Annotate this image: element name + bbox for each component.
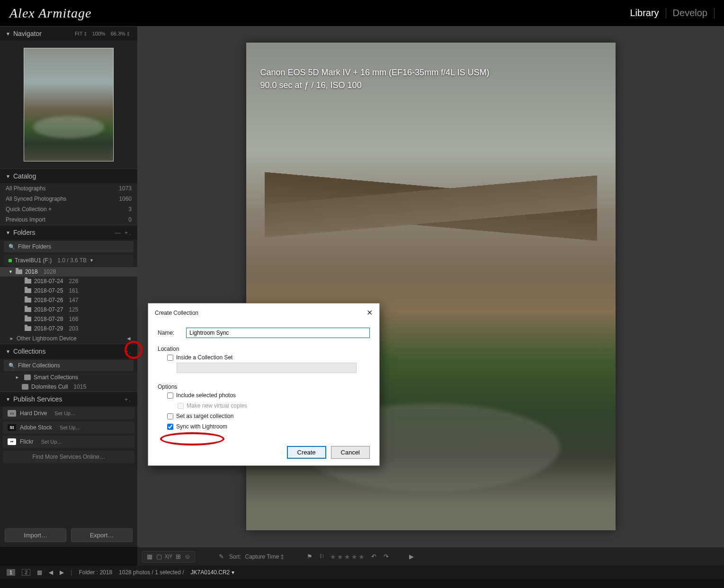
folder-row[interactable]: 2018-07-29203 xyxy=(0,324,137,333)
chevron-left-icon: ◄ xyxy=(126,335,132,342)
setup-link[interactable]: Set Up… xyxy=(54,410,76,416)
folder-icon xyxy=(25,326,31,331)
target-collection-label: Set as target collection xyxy=(176,413,233,419)
prev-icon[interactable]: ◀ xyxy=(49,569,53,576)
view-mode-group[interactable]: ▦ ▢ X|Y ⊞ ☺ xyxy=(142,551,195,562)
chevron-right-icon: ► xyxy=(15,375,19,380)
flag-reject-icon[interactable]: ⚐ xyxy=(318,553,326,561)
add-collection-button[interactable]: +. xyxy=(125,348,132,355)
grid-view-icon[interactable]: ▦ xyxy=(145,553,154,561)
folder-row[interactable]: 2018-07-24226 xyxy=(0,276,137,286)
navigator-preview[interactable] xyxy=(0,41,137,169)
next-icon[interactable]: ▶ xyxy=(60,569,64,576)
compare-view-icon[interactable]: X|Y xyxy=(164,553,173,561)
chevron-down-icon: ▼ xyxy=(9,269,13,274)
painter-icon[interactable]: ✎ xyxy=(217,553,225,561)
navigator-header[interactable]: ▼ Navigator FIT ‡ 100% 66.3% ‡ xyxy=(0,26,137,41)
filename-dropdown[interactable]: JK7A0140.CR2 ▾ xyxy=(191,569,234,576)
harddrive-icon: ▭ xyxy=(8,410,16,417)
collections-header[interactable]: ▼ Collections +. xyxy=(0,344,137,358)
people-view-icon[interactable]: ☺ xyxy=(183,553,192,561)
drive-row[interactable]: TravelBU1 (F:) 1.0 / 3.6 TB ▼ xyxy=(4,255,134,266)
collection-name-input[interactable] xyxy=(186,328,370,338)
rotate-cw-icon[interactable]: ↷ xyxy=(382,553,390,561)
folders-title: Folders xyxy=(13,229,36,236)
collection-set-select[interactable] xyxy=(177,363,357,373)
folder-row[interactable]: 2018-07-25161 xyxy=(0,286,137,295)
publish-service-row[interactable]: ▭Hard DriveSet Up… xyxy=(3,407,134,419)
screen-2-button[interactable]: 2 xyxy=(22,569,30,576)
folder-row[interactable]: 2018-07-26147 xyxy=(0,295,137,305)
catalog-header[interactable]: ▼ Catalog xyxy=(0,169,137,183)
filter-collections-input[interactable]: 🔍 Filter Collections xyxy=(4,360,134,371)
sort-dropdown[interactable]: Capture Time ‡ xyxy=(245,553,284,560)
chevron-down-icon: ▼ xyxy=(89,258,94,263)
catalog-row[interactable]: Quick Collection +3 xyxy=(0,204,137,214)
folder-icon xyxy=(25,307,31,312)
collections-title: Collections xyxy=(13,347,45,355)
chevron-down-icon: ▼ xyxy=(6,174,10,179)
cancel-button[interactable]: Cancel xyxy=(331,446,370,459)
flickr-icon: •• xyxy=(8,438,16,445)
sync-lightroom-checkbox[interactable] xyxy=(167,424,173,430)
publish-service-row[interactable]: ••FlickrSet Up… xyxy=(3,436,134,448)
include-photos-checkbox[interactable] xyxy=(167,392,173,399)
add-publish-button[interactable]: +. xyxy=(125,396,132,403)
inside-set-checkbox[interactable] xyxy=(167,355,173,361)
location-section-label: Location xyxy=(158,346,370,352)
target-collection-checkbox[interactable] xyxy=(167,413,173,419)
chevron-down-icon: ▼ xyxy=(6,230,10,235)
folders-header[interactable]: ▼ Folders — +. xyxy=(0,225,137,240)
publish-title: Publish Services xyxy=(13,395,63,403)
collection-row[interactable]: ► Smart Collections xyxy=(0,373,137,382)
create-button[interactable]: Create xyxy=(287,446,326,459)
zoom-controls[interactable]: FIT ‡ 100% 66.3% ‡ xyxy=(73,31,132,36)
folder-icon xyxy=(25,298,31,303)
drive-status-icon xyxy=(9,259,12,262)
screen-1-button[interactable]: 1 xyxy=(7,569,15,576)
rotate-ccw-icon[interactable]: ↶ xyxy=(369,553,378,561)
catalog-row[interactable]: All Photographs1073 xyxy=(0,183,137,194)
folder-path: Folder : 2018 xyxy=(79,569,112,576)
chevron-right-icon: ► xyxy=(9,336,14,341)
image-viewer[interactable]: Canon EOS 5D Mark IV + 16 mm (EF16-35mm … xyxy=(137,26,724,547)
setup-link[interactable]: Set Up… xyxy=(60,425,81,430)
publish-service-row[interactable]: StAdobe StockSet Up… xyxy=(3,421,134,434)
chevron-down-icon: ▼ xyxy=(6,397,10,402)
find-more-link[interactable]: Find More Services Online… xyxy=(3,451,134,463)
divider xyxy=(714,8,715,18)
flag-pick-icon[interactable]: ⚑ xyxy=(305,553,314,561)
catalog-row[interactable]: Previous Import0 xyxy=(0,214,137,225)
options-section-label: Options xyxy=(158,383,370,390)
dialog-title: Create Collection xyxy=(155,310,198,316)
folder-row[interactable]: 2018-07-27125 xyxy=(0,305,137,314)
import-button[interactable]: Import… xyxy=(5,528,66,542)
close-icon[interactable]: ✕ xyxy=(366,308,373,317)
create-collection-dialog: Create Collection ✕ Name: Location Insid… xyxy=(148,303,380,466)
catalog-row[interactable]: All Synced Photographs1060 xyxy=(0,194,137,204)
loupe-view-icon[interactable]: ▢ xyxy=(155,553,163,561)
status-bar: 1 2 ▦ ◀ ▶ | Folder : 2018 1028 photos / … xyxy=(0,566,724,579)
folder-header-icons[interactable]: — +. xyxy=(115,229,132,236)
setup-link[interactable]: Set Up… xyxy=(41,439,63,445)
photo-count: 1028 photos / 1 selected / xyxy=(119,569,184,576)
publish-header[interactable]: ▼ Publish Services +. xyxy=(0,392,137,406)
sort-label: Sort: xyxy=(229,553,241,560)
tab-library[interactable]: Library xyxy=(623,8,665,18)
other-device-row[interactable]: ► Other Lightroom Device ◄ xyxy=(0,333,137,344)
export-button[interactable]: Export… xyxy=(71,528,133,542)
slideshow-icon[interactable]: ▶ xyxy=(407,553,416,561)
grid-icon[interactable]: ▦ xyxy=(37,569,42,576)
inside-set-label: Inside a Collection Set xyxy=(176,354,232,361)
survey-view-icon[interactable]: ⊞ xyxy=(174,553,182,561)
preview-thumbnail xyxy=(24,48,114,161)
search-icon: 🔍 xyxy=(9,244,15,250)
smart-collection-icon xyxy=(24,374,31,380)
collection-row[interactable]: Dolomites Cull1015 xyxy=(0,382,137,392)
filter-folders-input[interactable]: 🔍 Filter Folders xyxy=(4,241,134,252)
tab-develop[interactable]: Develop xyxy=(666,8,714,18)
rating-stars[interactable]: ★★★★★ xyxy=(330,553,366,561)
folder-row-selected[interactable]: ▼ 20181028 xyxy=(0,267,137,276)
collection-icon xyxy=(22,384,28,390)
folder-row[interactable]: 2018-07-28166 xyxy=(0,314,137,324)
